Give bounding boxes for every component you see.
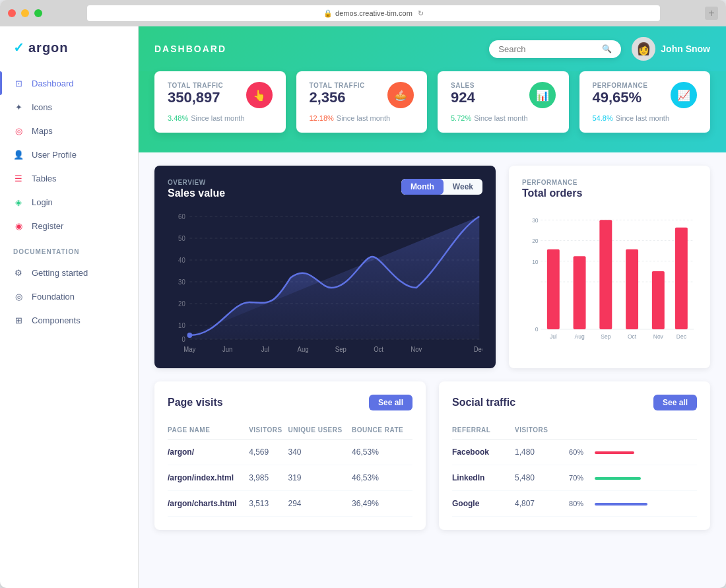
svg-text:Dec: Dec bbox=[676, 333, 687, 340]
sidebar-item-label: Icons bbox=[32, 102, 52, 112]
svg-text:Jun: Jun bbox=[222, 346, 232, 353]
line-chart-svg: 60 50 40 30 20 10 0 bbox=[168, 210, 482, 362]
stat-icon: 📈 bbox=[671, 82, 697, 108]
stat-change-value: 12.18% bbox=[310, 114, 334, 122]
stat-change-value: 54.8% bbox=[593, 114, 613, 122]
svg-text:May: May bbox=[183, 346, 195, 353]
orders-chart-card: PERFORMANCE Total orders bbox=[509, 166, 710, 368]
week-button[interactable]: Week bbox=[444, 179, 482, 195]
line-chart: 60 50 40 30 20 10 0 bbox=[168, 210, 482, 355]
user-name: John Snow bbox=[661, 44, 710, 54]
icons-icon: ✦ bbox=[13, 102, 24, 112]
table-row: LinkedIn 5,480 70% bbox=[452, 465, 697, 491]
unique-cell: 340 bbox=[288, 440, 352, 465]
source-cell: Google bbox=[452, 491, 515, 517]
sidebar-item-label: Dashboard bbox=[32, 79, 74, 88]
sidebar-item-label: User Profile bbox=[32, 150, 77, 160]
table-row: /argon/ 4,569 340 46,53% bbox=[168, 440, 412, 465]
sidebar-item-icons[interactable]: ✦ Icons bbox=[0, 95, 138, 119]
sidebar-item-getting-started[interactable]: ⚙ Getting started bbox=[0, 261, 138, 284]
user-info[interactable]: 👩 John Snow bbox=[632, 37, 710, 61]
minimize-button[interactable] bbox=[21, 9, 29, 17]
search-input[interactable] bbox=[498, 44, 597, 54]
components-icon: ⊞ bbox=[13, 315, 24, 325]
bar-cell: 60% bbox=[569, 440, 697, 465]
maps-icon: ◎ bbox=[13, 125, 24, 136]
col-page-name: PAGE NAME bbox=[168, 421, 249, 440]
stat-card-traffic2: TOTAL TRAFFIC 2,356 🥧 12.18% Since last … bbox=[296, 71, 428, 133]
svg-text:20: 20 bbox=[178, 300, 185, 308]
sidebar-item-maps[interactable]: ◎ Maps bbox=[0, 119, 138, 143]
month-button[interactable]: Month bbox=[401, 179, 444, 195]
svg-text:20: 20 bbox=[532, 238, 539, 244]
svg-rect-34 bbox=[599, 220, 612, 329]
social-traffic-card: Social traffic See all REFERRAL VISITORS bbox=[439, 381, 710, 530]
svg-text:Sep: Sep bbox=[601, 333, 610, 340]
stat-value: 49,65% bbox=[593, 89, 648, 106]
documentation-section-title: DOCUMENTATION bbox=[0, 238, 138, 261]
svg-text:10: 10 bbox=[178, 322, 185, 329]
stat-change-value: 5.72% bbox=[451, 114, 471, 122]
social-traffic-see-all-button[interactable]: See all bbox=[653, 395, 697, 410]
reload-icon[interactable]: ↻ bbox=[418, 9, 424, 18]
social-traffic-header: Social traffic See all bbox=[452, 395, 697, 410]
stat-label: SALES bbox=[451, 82, 475, 89]
new-tab-button[interactable]: + bbox=[705, 7, 718, 20]
svg-text:Jul: Jul bbox=[261, 346, 269, 353]
sidebar-nav: ⊡ Dashboard ✦ Icons ◎ Maps 👤 User Profil… bbox=[0, 71, 138, 238]
sidebar-item-login[interactable]: ◈ Login bbox=[0, 190, 138, 214]
table-row: /argon/index.html 3,985 319 46,53% bbox=[168, 465, 412, 491]
url-text: demos.creative-tim.com bbox=[335, 9, 412, 17]
chart-section-label: OVERVIEW bbox=[168, 179, 225, 186]
visitors-cell: 5,480 bbox=[515, 465, 569, 491]
sidebar-item-register[interactable]: ◉ Register bbox=[0, 214, 138, 238]
unique-cell: 294 bbox=[288, 491, 352, 517]
login-icon: ◈ bbox=[13, 197, 24, 207]
user-icon: 👤 bbox=[13, 149, 24, 160]
svg-text:40: 40 bbox=[178, 257, 185, 264]
maximize-button[interactable] bbox=[34, 9, 42, 17]
page-name-cell: /argon/charts.html bbox=[168, 491, 249, 517]
table-row: /argon/charts.html 3,513 294 36,49% bbox=[168, 491, 412, 517]
close-button[interactable] bbox=[8, 9, 16, 17]
svg-text:Aug: Aug bbox=[298, 346, 309, 353]
stat-icon: 🥧 bbox=[387, 82, 414, 108]
bar-chart-svg: 30 20 10 0 bbox=[522, 210, 697, 355]
page-visits-see-all-button[interactable]: See all bbox=[369, 395, 412, 410]
stat-value: 350,897 bbox=[168, 89, 223, 106]
sidebar-item-dashboard[interactable]: ⊡ Dashboard bbox=[0, 71, 138, 95]
col-bar bbox=[569, 421, 697, 440]
address-bar[interactable]: 🔒 demos.creative-tim.com ↻ bbox=[87, 5, 660, 21]
svg-text:Jul: Jul bbox=[550, 333, 557, 340]
svg-rect-32 bbox=[547, 249, 560, 329]
dashboard-icon: ⊡ bbox=[13, 78, 24, 88]
header-right: 🔍 👩 John Snow bbox=[489, 37, 710, 61]
sidebar-item-label: Register bbox=[32, 221, 63, 231]
unique-cell: 319 bbox=[288, 465, 352, 491]
sidebar-item-label: Foundation bbox=[32, 292, 75, 302]
sidebar-item-components[interactable]: ⊞ Components bbox=[0, 308, 138, 332]
svg-rect-37 bbox=[675, 228, 688, 329]
sidebar-item-foundation[interactable]: ◎ Foundation bbox=[0, 284, 138, 308]
bar-cell: 70% bbox=[569, 465, 697, 491]
avatar: 👩 bbox=[632, 37, 655, 61]
sidebar-item-label: Login bbox=[32, 197, 53, 207]
sidebar-item-user-profile[interactable]: 👤 User Profile bbox=[0, 143, 138, 166]
stat-change-value: 3.48% bbox=[168, 114, 188, 122]
table-row: Google 4,807 80% bbox=[452, 491, 697, 517]
col-unique-users: UNIQUE USERS bbox=[288, 421, 352, 440]
sidebar-item-tables[interactable]: ☰ Tables bbox=[0, 166, 138, 190]
svg-text:10: 10 bbox=[532, 259, 539, 265]
foundation-icon: ◎ bbox=[13, 291, 24, 302]
page-visits-header: Page visits See all bbox=[168, 395, 412, 410]
svg-text:Nov: Nov bbox=[653, 333, 664, 340]
stat-label: PERFORMANCE bbox=[593, 82, 648, 89]
svg-rect-36 bbox=[652, 271, 665, 329]
doc-nav: ⚙ Getting started ◎ Foundation ⊞ Compone… bbox=[0, 261, 138, 332]
search-bar[interactable]: 🔍 bbox=[489, 40, 621, 58]
page-name-cell: /argon/ bbox=[168, 440, 249, 465]
logo: ✓ argon bbox=[0, 40, 138, 71]
sidebar-item-label: Tables bbox=[32, 174, 57, 183]
svg-rect-35 bbox=[626, 249, 638, 329]
svg-text:Oct: Oct bbox=[374, 346, 383, 353]
